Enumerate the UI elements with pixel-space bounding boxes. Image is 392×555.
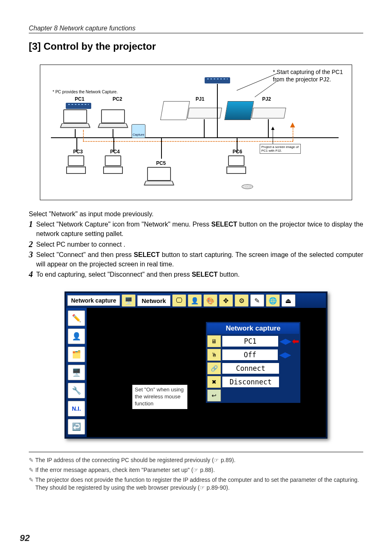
menu-icon-setting: ⚙: [235, 294, 249, 307]
label-pj1: PJ1: [196, 96, 204, 102]
menu-icon-exit: ⏏: [281, 294, 295, 307]
svg-line-1: [255, 81, 278, 97]
label-pc5: PC5: [156, 160, 166, 166]
drop-pc1: [75, 129, 76, 137]
menu-group-label: Network: [137, 295, 171, 306]
pc6-icon: [226, 155, 247, 176]
step-3-pre: Select "Connect" and then press: [36, 251, 134, 258]
capture-path-h: [83, 141, 293, 142]
menu-icon-person: 👤: [188, 294, 202, 307]
menu-icon-palette: 🎨: [203, 294, 217, 307]
side-icon-back: ↩️: [68, 419, 85, 435]
capture-path-v1: [83, 130, 84, 141]
drop-pj2: [268, 119, 269, 137]
netcap-value-connect: Connect: [222, 363, 279, 374]
hub-top-icon: [205, 77, 230, 83]
footnote-2: If the error message appears, check item…: [29, 466, 363, 474]
intro-text: Select "Network" as input mode previousl…: [29, 209, 363, 219]
label-pc4: PC4: [110, 149, 120, 155]
label-pj2: PJ2: [262, 96, 271, 102]
menu-top-bar: Network capture 🖥️ Network 🖵 👤 🎨 ✥ ⚙ ✎ 🌐…: [66, 293, 326, 308]
step-1-pre: Select "Network Capture" icon from "Netw…: [36, 221, 211, 228]
svg-marker-3: [271, 127, 274, 130]
step-3-bold: SELECT: [134, 251, 160, 258]
pc3-icon: [66, 155, 86, 176]
netcap-arrows-off: ◀▶: [279, 350, 291, 359]
netcap-panel-title: Network capture: [207, 323, 299, 334]
menu-icon-monitor: 🖵: [172, 294, 186, 307]
netcap-row-disconnect: ✖ Disconnect: [207, 376, 299, 388]
netcap-arrows-pc: ◀▶: [279, 337, 292, 346]
netcap-icon-mouse: 🖱: [207, 349, 221, 361]
step-2-pre: Select PC number to connect .: [36, 241, 125, 248]
hub-pc1-icon: [66, 103, 91, 109]
netcap-icon-connect: 🔗: [207, 362, 221, 375]
drop-pc5: [161, 137, 162, 159]
netcap-icon-pc: 🖥: [207, 335, 221, 347]
side-icon-card: 🗂️: [68, 347, 85, 362]
netcap-cursor-arrow: ⬅: [292, 336, 299, 346]
pj1-screen: [160, 101, 190, 120]
side-icon-person: 👤: [68, 328, 85, 344]
pc5-icon: [147, 167, 173, 186]
steps-list: Select "Network Capture" icon from "Netw…: [29, 220, 363, 279]
pj2-screen: [224, 101, 254, 120]
step-4-post: button.: [218, 271, 240, 278]
cd-icon: [242, 184, 253, 189]
pc1-icon: [63, 109, 90, 128]
label-pc2: PC2: [113, 96, 122, 102]
footnote-1: The IP address of the connecting PC shou…: [29, 456, 363, 465]
network-capture-panel: Network capture 🖥 PC1 ◀▶ ⬅ 🖱 Off ◀▶ 🔗 Co…: [206, 322, 300, 403]
step-1: Select "Network Capture" icon from "Netw…: [29, 220, 363, 238]
menu-sidebar: ✏️ 👤 🗂️ 🖥️ 🔧 N.I. ↩️: [66, 308, 87, 437]
step-4: To end capturing, select "Disconnect" an…: [29, 270, 363, 279]
netcap-row-end: ↩: [207, 389, 299, 402]
diagram-project-box: Project a screen image of PC1 with PJ2.: [260, 144, 301, 154]
step-3: Select "Connect" and then press SELECT b…: [29, 250, 363, 269]
drop-pj1: [204, 119, 205, 137]
step-2: Select PC number to connect .: [29, 240, 363, 249]
menu-icon-pc: 🖥️: [122, 294, 136, 307]
drop-hub: [217, 84, 218, 137]
menu-main-area: Set "On" when using the wireless mouse f…: [87, 308, 326, 437]
step-4-bold: SELECT: [192, 271, 218, 278]
section-heading: [3] Control by the projector: [29, 41, 363, 52]
pc2-icon: [101, 109, 127, 128]
side-icon-wand: ✏️: [68, 310, 85, 326]
diagram-callout-start: * Start capturing of the PC1 from the pr…: [273, 68, 347, 83]
netcap-value-disconnect: Disconnect: [222, 377, 279, 387]
netcap-icon-disconnect: ✖: [207, 376, 221, 388]
capture-path-arrow: [290, 123, 295, 127]
label-pc1: PC1: [75, 96, 84, 102]
network-backbone-line: [51, 137, 339, 138]
drop-pc2: [113, 129, 113, 137]
label-pc3: PC3: [73, 149, 83, 155]
network-diagram: * Start capturing of the PC1 from the pr…: [40, 65, 352, 200]
netcap-row-off: 🖱 Off ◀▶: [207, 349, 299, 361]
side-icon-tool: 🔧: [68, 383, 85, 398]
footnotes: The IP address of the connecting PC shou…: [29, 452, 363, 492]
side-icon-ni: N.I.: [68, 401, 85, 416]
page-number: 92: [20, 533, 30, 543]
step-4-pre: To end capturing, select "Disconnect" an…: [36, 271, 192, 278]
netcap-value-off: Off: [222, 349, 278, 360]
netcap-value-pc: PC1: [222, 336, 278, 347]
menu-icon-network: 🌐: [266, 294, 280, 307]
netcap-row-connect: 🔗 Connect: [207, 362, 299, 375]
menu-callout-on: Set "On" when using the wireless mouse f…: [132, 384, 188, 409]
label-pc6: PC6: [233, 149, 242, 155]
chapter-header: Chapter 8 Network capture functions: [29, 25, 363, 33]
menu-title-box: Network capture: [67, 295, 120, 306]
project-box-pointer: [270, 127, 287, 145]
netcap-row-pc: 🖥 PC1 ◀▶ ⬅: [207, 335, 299, 347]
pc4-icon: [103, 155, 123, 176]
menu-icon-wand: ✎: [250, 294, 264, 307]
menu-body: ✏️ 👤 🗂️ 🖥️ 🔧 N.I. ↩️ Set "On" when using…: [66, 308, 326, 437]
menu-icon-arrows: ✥: [219, 294, 233, 307]
diagram-note-pc-provides: * PC provides the Network Capture.: [53, 90, 118, 94]
pj2-body: [252, 108, 285, 123]
callout-pointer-lines: [233, 71, 279, 99]
footnote-3: The projector does not provide the funct…: [29, 476, 363, 492]
svg-line-0: [237, 73, 278, 90]
projector-menu-screenshot: Network capture 🖥️ Network 🖵 👤 🎨 ✥ ⚙ ✎ 🌐…: [65, 291, 327, 439]
